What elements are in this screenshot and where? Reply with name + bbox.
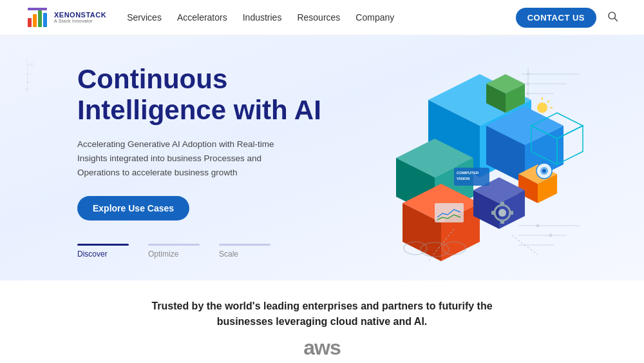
logo[interactable]: XENONSTACK A Stack Innovator [26, 5, 106, 30]
logo-icon [26, 5, 50, 30]
svg-rect-2 [33, 14, 37, 27]
contact-us-button[interactable]: CONTACT US [516, 8, 596, 28]
svg-text:VISION: VISION [457, 177, 469, 181]
svg-rect-53 [500, 202, 504, 206]
svg-point-74 [549, 234, 553, 237]
tab-discover-bar [77, 244, 129, 246]
svg-point-22 [527, 83, 529, 85]
deco-left [13, 55, 52, 93]
explore-use-cases-button[interactable]: Explore Use Cases [77, 196, 189, 221]
svg-rect-16 [26, 88, 28, 91]
svg-rect-4 [43, 13, 47, 27]
tab-scale[interactable]: Scale [219, 244, 270, 259]
svg-point-14 [27, 82, 28, 83]
svg-rect-55 [491, 211, 495, 215]
search-icon [607, 10, 618, 22]
svg-point-12 [27, 74, 28, 75]
nav-link-resources[interactable]: Resources [297, 12, 340, 23]
svg-rect-54 [500, 220, 504, 224]
svg-point-64 [542, 169, 546, 173]
nav-link-company[interactable]: Company [355, 12, 394, 23]
tab-discover-label: Discover [77, 250, 129, 259]
tab-optimize[interactable]: Optimize [148, 244, 200, 259]
aws-logo: aws [26, 336, 618, 360]
svg-point-73 [536, 224, 540, 228]
tab-scale-label: Scale [219, 250, 270, 259]
tab-optimize-label: Optimize [148, 250, 200, 259]
deco-bottom-right [515, 216, 586, 255]
svg-rect-61 [435, 203, 464, 222]
svg-line-7 [614, 18, 617, 21]
svg-rect-56 [509, 211, 513, 215]
svg-point-52 [498, 209, 506, 217]
tab-discover[interactable]: Discover [77, 244, 129, 259]
nav-link-industries[interactable]: Industries [243, 12, 282, 23]
hero-section: Continuous Intelligence with AI Accelera… [0, 35, 644, 280]
logo-brand: XENONSTACK [54, 11, 106, 19]
svg-rect-1 [28, 18, 32, 27]
svg-text:COMPUTER: COMPUTER [457, 171, 479, 175]
navbar: XENONSTACK A Stack Innovator Services Ac… [0, 0, 644, 35]
svg-rect-3 [38, 10, 42, 27]
nav-left: XENONSTACK A Stack Innovator Services Ac… [26, 5, 394, 30]
hero-content: Continuous Intelligence with AI Accelera… [77, 64, 367, 259]
hero-tabs: Discover Optimize Scale [77, 244, 367, 259]
trusted-title: Trusted by the world's leading enterpris… [135, 299, 509, 329]
nav-link-services[interactable]: Services [127, 12, 162, 23]
hero-subtitle: Accelerating Generative AI Adoption with… [77, 137, 277, 179]
logo-text: XENONSTACK A Stack Innovator [54, 11, 106, 24]
search-button[interactable] [607, 10, 618, 25]
nav-right: CONTACT US [516, 8, 618, 28]
nav-link-accelerators[interactable]: Accelerators [177, 12, 227, 23]
svg-point-10 [27, 64, 28, 65]
deco-top-right [515, 61, 592, 106]
tab-optimize-bar [148, 244, 200, 246]
svg-rect-5 [28, 8, 47, 10]
hero-illustration: COMPUTER VISION [367, 61, 592, 261]
hero-title: Continuous Intelligence with AI [77, 64, 367, 126]
tab-scale-bar [219, 244, 270, 246]
nav-links: Services Accelerators Industries Resourc… [127, 12, 394, 23]
svg-point-23 [527, 92, 529, 95]
svg-point-21 [527, 73, 529, 75]
trusted-section: Trusted by the world's leading enterpris… [0, 280, 644, 363]
logo-tagline: A Stack Innovator [54, 19, 106, 24]
